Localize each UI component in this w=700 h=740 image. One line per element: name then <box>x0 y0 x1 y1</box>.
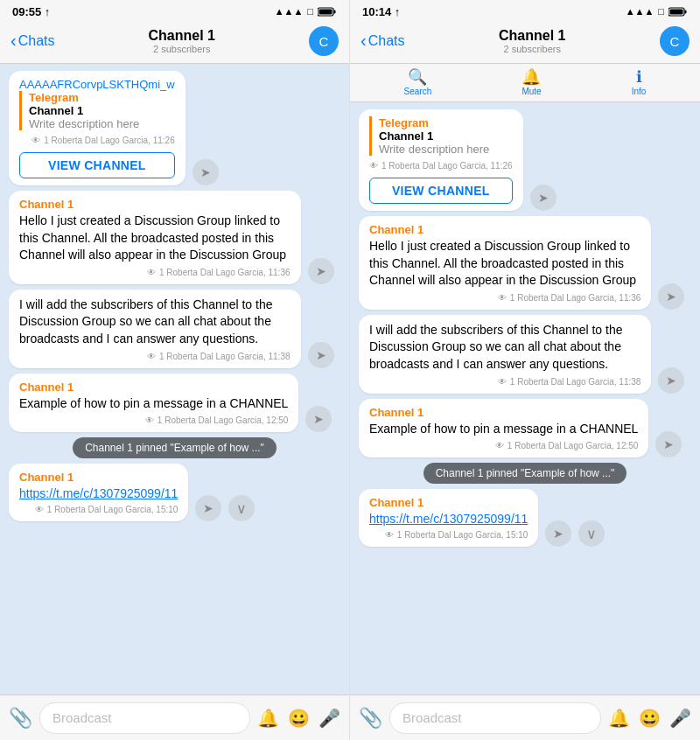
input-placeholder: Broadcast <box>52 710 112 725</box>
channel-link-bubble: Channel 1 https://t.me/c/1307925099/11 👁… <box>9 464 188 521</box>
back-label: Chats <box>368 33 405 49</box>
broadcast-input[interactable]: Broadcast <box>389 702 601 734</box>
search-label: Search <box>404 87 432 96</box>
channel-name: Channel 1 <box>369 406 638 419</box>
channel-info-name: Channel 1 <box>29 104 175 117</box>
message-row: Channel 1 Hello I just created a Discuss… <box>359 216 691 310</box>
scroll-down-button[interactable]: ∨ <box>578 520 605 547</box>
back-arrow-icon: ‹ <box>360 31 367 49</box>
attach-icon[interactable]: 📎 <box>9 707 32 730</box>
screen-left: 09:55 ↑ ▲▲▲ □ ‹ Chats Channel 1 2 subscr… <box>0 0 350 740</box>
eye-icon: 👁 <box>35 505 44 514</box>
share-icon: ➤ <box>663 437 674 451</box>
wifi-icon: □ <box>658 6 664 17</box>
share-button[interactable]: ➤ <box>655 431 682 457</box>
broadcast-input[interactable]: Broadcast <box>39 702 250 734</box>
action-bar: 🔍 Search 🔔 Mute ℹ Info <box>350 64 700 102</box>
meta-text: 1 Roberta Dal Lago Garcia, 11:36 <box>159 268 290 277</box>
share-icon: ➤ <box>316 264 326 278</box>
message-row: Channel 1 https://t.me/c/1307925099/11 👁… <box>359 489 691 547</box>
nav-subtitle: 2 subscribers <box>149 44 215 54</box>
nav-center: Channel 1 2 subscribers <box>499 28 565 54</box>
svg-rect-4 <box>685 10 687 13</box>
share-button[interactable]: ➤ <box>658 367 684 394</box>
share-button[interactable]: ➤ <box>530 185 556 211</box>
nav-bar: ‹ Chats Channel 1 2 subscribers C <box>0 21 349 64</box>
attach-icon[interactable]: 📎 <box>359 707 382 730</box>
screen-right: 10:14 ↑ ▲▲▲ □ ‹ Chats Channel 1 2 subscr… <box>350 0 700 740</box>
action-mute[interactable]: 🔔 Mute <box>522 69 541 96</box>
channel-message-bubble: Channel 1 Example of how to pin a messag… <box>9 373 298 433</box>
emoji-icon[interactable]: 😀 <box>288 708 310 729</box>
back-button[interactable]: ‹ Chats <box>360 33 404 49</box>
message-row: Telegram Channel 1 Write description her… <box>359 109 691 211</box>
mute-label: Mute <box>522 87 541 96</box>
message-link[interactable]: https://t.me/c/1307925099/11 <box>19 486 178 500</box>
info-label: Info <box>632 87 647 96</box>
plain-message-bubble: I will add the subscribers of this Chann… <box>9 290 301 368</box>
input-placeholder: Broadcast <box>402 710 462 725</box>
channel-name: Channel 1 <box>369 496 528 509</box>
message-text: I will add the subscribers of this Chann… <box>19 297 290 348</box>
plain-message-bubble: I will add the subscribers of this Chann… <box>359 315 651 394</box>
search-icon: 🔍 <box>408 69 427 85</box>
share-button[interactable]: ➤ <box>192 159 219 185</box>
mic-icon[interactable]: 🎤 <box>669 708 691 729</box>
channel-message-bubble: Channel 1 Hello I just created a Discuss… <box>359 216 651 310</box>
bell-icon[interactable]: 🔔 <box>257 708 279 729</box>
message-meta: 👁 1 Roberta Dal Lago Garcia, 15:10 <box>369 530 528 540</box>
back-button[interactable]: ‹ Chats <box>10 33 54 49</box>
message-text: I will add the subscribers of this Chann… <box>369 322 640 373</box>
svg-rect-1 <box>334 10 336 13</box>
mic-icon[interactable]: 🎤 <box>318 708 340 729</box>
scroll-down-button[interactable]: ∨ <box>228 495 255 521</box>
emoji-icon[interactable]: 😀 <box>639 708 661 729</box>
channel-info-name: Channel 1 <box>379 129 513 143</box>
action-search[interactable]: 🔍 Search <box>404 69 432 96</box>
brand-label: Telegram <box>379 116 513 129</box>
message-meta: 👁 1 Roberta Dal Lago Garcia, 11:26 <box>19 136 175 145</box>
share-icon: ➤ <box>553 527 564 541</box>
channel-name: Channel 1 <box>19 471 178 484</box>
nav-bar: ‹ Chats Channel 1 2 subscribers C <box>350 21 700 64</box>
share-button[interactable]: ➤ <box>305 406 332 432</box>
nav-center: Channel 1 2 subscribers <box>149 28 215 54</box>
channel-info-desc: Write description here <box>29 117 175 130</box>
share-button[interactable]: ➤ <box>545 520 571 547</box>
channel-message-bubble: Channel 1 Example of how to pin a messag… <box>359 399 648 458</box>
message-link[interactable]: https://t.me/c/1307925099/11 <box>369 512 528 526</box>
eye-icon: 👁 <box>495 441 504 450</box>
meta-text: 1 Roberta Dal Lago Garcia, 11:38 <box>159 352 290 361</box>
message-row: Channel 1 Example of how to pin a messag… <box>359 399 691 458</box>
battery-icon <box>318 7 337 17</box>
meta-text: 1 Roberta Dal Lago Garcia, 15:10 <box>47 505 178 514</box>
channel-link-bubble: Channel 1 https://t.me/c/1307925099/11 👁… <box>359 489 538 547</box>
input-bar: 📎 Broadcast 🔔 😀 🎤 <box>350 695 700 740</box>
view-channel-button[interactable]: VIEW CHANNEL <box>19 152 175 178</box>
meta-text: 1 Roberta Dal Lago Garcia, 11:36 <box>510 293 641 303</box>
avatar[interactable]: C <box>660 26 690 56</box>
channel-name: Channel 1 <box>19 198 290 211</box>
share-button[interactable]: ➤ <box>308 258 334 284</box>
share-button[interactable]: ➤ <box>195 495 221 521</box>
eye-icon: 👁 <box>147 352 156 361</box>
view-channel-button[interactable]: VIEW CHANNEL <box>369 178 513 204</box>
action-info[interactable]: ℹ Info <box>632 69 647 96</box>
share-button[interactable]: ➤ <box>308 342 334 368</box>
bell-icon[interactable]: 🔔 <box>608 708 630 729</box>
channel-name: Channel 1 <box>19 380 288 394</box>
status-icons: ▲▲▲ □ <box>275 6 337 17</box>
channel-link-overflow[interactable]: AAAAAFRCorvpLSKTHQmi_w <box>19 78 175 91</box>
back-label: Chats <box>18 33 55 49</box>
share-button[interactable]: ➤ <box>658 283 684 310</box>
channel-info-bubble: AAAAAFRCorvpLSKTHQmi_w Telegram Channel … <box>9 71 186 185</box>
share-icon: ➤ <box>666 373 676 387</box>
avatar[interactable]: C <box>309 26 339 56</box>
nav-title: Channel 1 <box>149 28 215 44</box>
share-icon: ➤ <box>200 165 211 179</box>
nav-subtitle: 2 subscribers <box>499 44 565 54</box>
status-time: 09:55 ↑ <box>12 5 50 18</box>
meta-text: 1 Roberta Dal Lago Garcia, 11:26 <box>44 136 175 145</box>
brand-label: Telegram <box>29 91 175 104</box>
wifi-icon: □ <box>307 6 313 17</box>
